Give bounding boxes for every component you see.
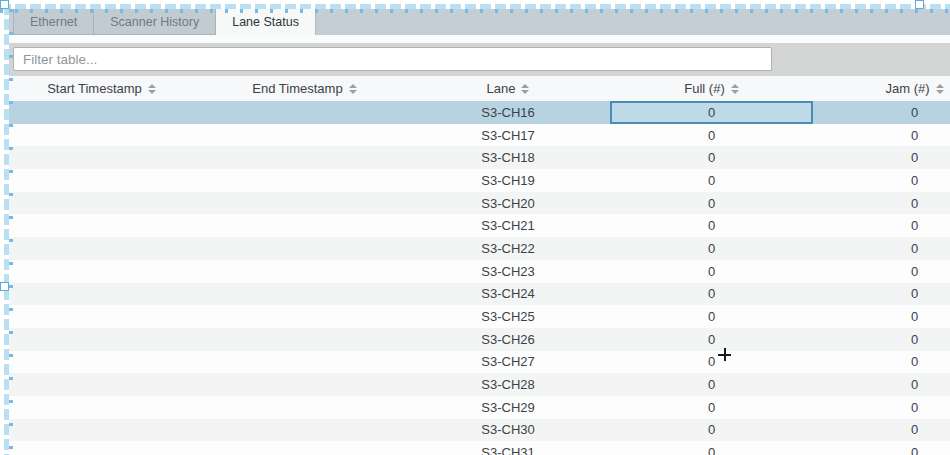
cell-start-timestamp[interactable] bbox=[0, 441, 203, 455]
cell-full[interactable]: 0 bbox=[610, 351, 813, 374]
table-row[interactable]: S3-CH17 0 0 bbox=[0, 124, 950, 147]
cell-lane[interactable]: S3-CH26 bbox=[406, 328, 610, 351]
cell-full[interactable]: 0 bbox=[610, 214, 813, 237]
cell-jam[interactable]: 0 bbox=[813, 305, 950, 328]
cell-end-timestamp[interactable] bbox=[203, 124, 406, 147]
cell-end-timestamp[interactable] bbox=[203, 283, 406, 306]
cell-start-timestamp[interactable] bbox=[0, 328, 203, 351]
table-row[interactable]: S3-CH21 0 0 bbox=[0, 214, 950, 237]
cell-full[interactable]: 0 bbox=[610, 441, 813, 455]
column-header-end-timestamp[interactable]: End Timestamp bbox=[203, 76, 406, 101]
cell-start-timestamp[interactable] bbox=[0, 260, 203, 283]
tab-scanner-history[interactable]: Scanner History bbox=[94, 8, 216, 35]
cell-full[interactable]: 0 bbox=[610, 396, 813, 419]
column-header-jam[interactable]: Jam (#) bbox=[813, 76, 950, 101]
table-row[interactable]: S3-CH19 0 0 bbox=[0, 169, 950, 192]
table-row[interactable]: S3-CH24 0 0 bbox=[0, 283, 950, 306]
table-row[interactable]: S3-CH31 0 0 bbox=[0, 441, 950, 455]
tab-ethernet[interactable]: Ethernet bbox=[13, 8, 94, 35]
cell-jam[interactable]: 0 bbox=[813, 146, 950, 169]
cell-lane[interactable]: S3-CH24 bbox=[406, 283, 610, 306]
cell-lane[interactable]: S3-CH16 bbox=[406, 101, 610, 124]
cell-jam[interactable]: 0 bbox=[813, 214, 950, 237]
cell-end-timestamp[interactable] bbox=[203, 441, 406, 455]
cell-full[interactable]: 0 bbox=[610, 260, 813, 283]
cell-start-timestamp[interactable] bbox=[0, 283, 203, 306]
cell-start-timestamp[interactable] bbox=[0, 305, 203, 328]
cell-start-timestamp[interactable] bbox=[0, 101, 203, 124]
cell-lane[interactable]: S3-CH21 bbox=[406, 214, 610, 237]
cell-full[interactable]: 0 bbox=[610, 283, 813, 306]
cell-jam[interactable]: 0 bbox=[813, 283, 950, 306]
tab-lane-status[interactable]: Lane Status bbox=[216, 8, 316, 35]
cell-end-timestamp[interactable] bbox=[203, 373, 406, 396]
cell-start-timestamp[interactable] bbox=[0, 214, 203, 237]
cell-jam[interactable]: 0 bbox=[813, 373, 950, 396]
table-row[interactable]: S3-CH18 0 0 bbox=[0, 146, 950, 169]
resize-handle-top-right[interactable] bbox=[915, 0, 924, 9]
cell-start-timestamp[interactable] bbox=[0, 124, 203, 147]
cell-full[interactable]: 0 bbox=[610, 146, 813, 169]
cell-lane[interactable]: S3-CH28 bbox=[406, 373, 610, 396]
cell-end-timestamp[interactable] bbox=[203, 419, 406, 442]
cell-full[interactable]: 0 bbox=[610, 192, 813, 215]
cell-lane[interactable]: S3-CH29 bbox=[406, 396, 610, 419]
cell-full[interactable]: 0 bbox=[610, 419, 813, 442]
resize-handle-top-left[interactable] bbox=[0, 0, 9, 9]
table-row[interactable]: S3-CH25 0 0 bbox=[0, 305, 950, 328]
cell-jam[interactable]: 0 bbox=[813, 351, 950, 374]
cell-start-timestamp[interactable] bbox=[0, 373, 203, 396]
table-row[interactable]: S3-CH28 0 0 bbox=[0, 373, 950, 396]
cell-lane[interactable]: S3-CH20 bbox=[406, 192, 610, 215]
cell-jam[interactable]: 0 bbox=[813, 260, 950, 283]
cell-start-timestamp[interactable] bbox=[0, 351, 203, 374]
table-row[interactable]: S3-CH30 0 0 bbox=[0, 419, 950, 442]
cell-end-timestamp[interactable] bbox=[203, 396, 406, 419]
cell-end-timestamp[interactable] bbox=[203, 101, 406, 124]
cell-jam[interactable]: 0 bbox=[813, 124, 950, 147]
cell-end-timestamp[interactable] bbox=[203, 305, 406, 328]
cell-lane[interactable]: S3-CH17 bbox=[406, 124, 610, 147]
cell-start-timestamp[interactable] bbox=[0, 146, 203, 169]
cell-end-timestamp[interactable] bbox=[203, 328, 406, 351]
column-header-start-timestamp[interactable]: Start Timestamp bbox=[0, 76, 203, 101]
cell-jam[interactable]: 0 bbox=[813, 237, 950, 260]
column-header-lane[interactable]: Lane bbox=[406, 76, 610, 101]
table-row[interactable]: S3-CH16 0 0 bbox=[0, 101, 950, 124]
cell-jam[interactable]: 0 bbox=[813, 328, 950, 351]
cell-jam[interactable]: 0 bbox=[813, 101, 950, 124]
cell-full[interactable]: 0 bbox=[610, 101, 813, 124]
table-row[interactable]: S3-CH20 0 0 bbox=[0, 192, 950, 215]
cell-jam[interactable]: 0 bbox=[813, 169, 950, 192]
cell-start-timestamp[interactable] bbox=[0, 419, 203, 442]
cell-end-timestamp[interactable] bbox=[203, 192, 406, 215]
cell-jam[interactable]: 0 bbox=[813, 441, 950, 455]
cell-lane[interactable]: S3-CH19 bbox=[406, 169, 610, 192]
cell-lane[interactable]: S3-CH25 bbox=[406, 305, 610, 328]
cell-lane[interactable]: S3-CH31 bbox=[406, 441, 610, 455]
cell-start-timestamp[interactable] bbox=[0, 192, 203, 215]
cell-start-timestamp[interactable] bbox=[0, 169, 203, 192]
cell-end-timestamp[interactable] bbox=[203, 237, 406, 260]
cell-jam[interactable]: 0 bbox=[813, 396, 950, 419]
cell-full[interactable]: 0 bbox=[610, 328, 813, 351]
cell-start-timestamp[interactable] bbox=[0, 396, 203, 419]
cell-full[interactable]: 0 bbox=[610, 237, 813, 260]
resize-handle-middle-left[interactable] bbox=[0, 282, 9, 291]
cell-lane[interactable]: S3-CH18 bbox=[406, 146, 610, 169]
cell-jam[interactable]: 0 bbox=[813, 192, 950, 215]
table-row[interactable]: S3-CH23 0 0 bbox=[0, 260, 950, 283]
cell-end-timestamp[interactable] bbox=[203, 169, 406, 192]
cell-end-timestamp[interactable] bbox=[203, 260, 406, 283]
cell-full[interactable]: 0 bbox=[610, 169, 813, 192]
cell-full[interactable]: 0 bbox=[610, 305, 813, 328]
cell-full[interactable]: 0 bbox=[610, 373, 813, 396]
cell-lane[interactable]: S3-CH22 bbox=[406, 237, 610, 260]
table-row[interactable]: S3-CH26 0 0 bbox=[0, 328, 950, 351]
cell-end-timestamp[interactable] bbox=[203, 146, 406, 169]
table-row[interactable]: S3-CH22 0 0 bbox=[0, 237, 950, 260]
cell-end-timestamp[interactable] bbox=[203, 214, 406, 237]
column-header-full[interactable]: Full (#) bbox=[610, 76, 813, 101]
cell-lane[interactable]: S3-CH30 bbox=[406, 419, 610, 442]
table-row[interactable]: S3-CH29 0 0 bbox=[0, 396, 950, 419]
